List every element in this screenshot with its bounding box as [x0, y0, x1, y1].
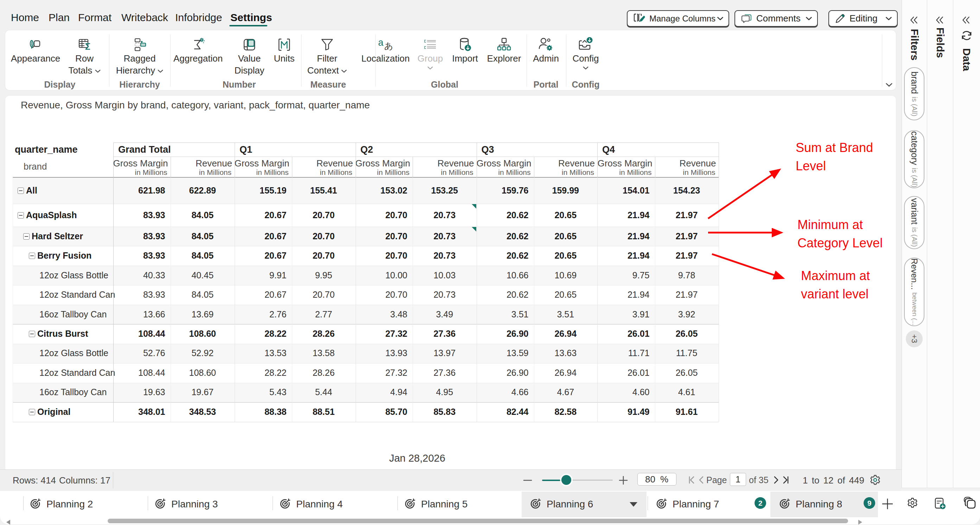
svg-text:a: a	[378, 37, 383, 48]
svg-text:あ: あ	[384, 41, 393, 51]
